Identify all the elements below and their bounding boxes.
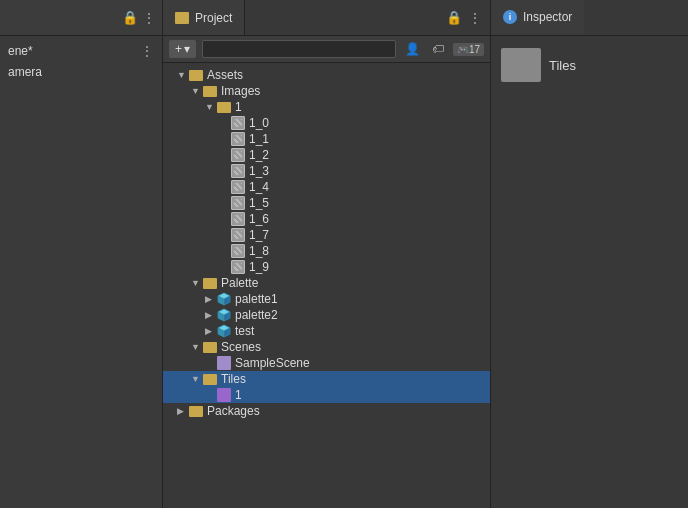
sub-image-label: 1_8: [249, 244, 269, 258]
packages-folder-icon: [189, 406, 203, 417]
inspector-panel: Tiles: [490, 36, 688, 508]
packages-folder[interactable]: Packages: [163, 403, 490, 419]
assets-folder[interactable]: Assets: [163, 67, 490, 83]
images-folder[interactable]: Images: [163, 83, 490, 99]
palette1-label: palette1: [235, 292, 278, 306]
list-item[interactable]: test: [163, 323, 490, 339]
list-item[interactable]: 1_1: [163, 131, 490, 147]
cube-icon: [217, 324, 231, 338]
top-bar: 🔒 ⋮ Project 🔒 ⋮ i Inspector: [0, 0, 688, 36]
project-folder-icon: [175, 12, 189, 24]
scene-item[interactable]: ene* ⋮: [0, 40, 162, 62]
list-item[interactable]: 1_0: [163, 115, 490, 131]
add-plus-label: +: [175, 42, 182, 56]
image1-folder-icon: [217, 102, 231, 113]
kebab-menu-icon[interactable]: ⋮: [142, 10, 156, 26]
palette-arrow: [191, 278, 203, 288]
scenes-folder[interactable]: Scenes: [163, 339, 490, 355]
list-item[interactable]: 1_5: [163, 195, 490, 211]
left-sidebar: ene* ⋮ amera: [0, 36, 163, 508]
lock-icon2[interactable]: 🔒: [446, 10, 462, 25]
sprite-icon: [231, 212, 245, 226]
test-arrow: [205, 326, 217, 336]
sprite-icon: [231, 132, 245, 146]
camera-item[interactable]: amera: [0, 62, 162, 82]
assets-label: Assets: [207, 68, 243, 82]
tiles-label: Tiles: [221, 372, 246, 386]
list-item[interactable]: 1_3: [163, 163, 490, 179]
tiles-folder[interactable]: Tiles: [163, 371, 490, 387]
images-label: Images: [221, 84, 260, 98]
scene-file-icon: [217, 356, 231, 370]
palette2-arrow: [205, 310, 217, 320]
tag-icon-btn[interactable]: 🏷: [429, 41, 447, 57]
tiles-arrow: [191, 374, 203, 384]
sub-image-label: 1_3: [249, 164, 269, 178]
scene-kebab-icon[interactable]: ⋮: [140, 43, 154, 59]
cube-icon: [217, 308, 231, 322]
list-item[interactable]: 1_8: [163, 243, 490, 259]
sub-image-label: 1_1: [249, 132, 269, 146]
lock-icon[interactable]: 🔒: [122, 10, 138, 25]
info-icon: i: [503, 10, 517, 24]
packages-label: Packages: [207, 404, 260, 418]
people-icon-btn[interactable]: 👤: [402, 41, 423, 57]
sub-image-label: 1_9: [249, 260, 269, 274]
project-panel: + ▾ 👤 🏷 🎮17 Assets: [163, 36, 490, 508]
sample-scene-label: SampleScene: [235, 356, 310, 370]
test-label: test: [235, 324, 254, 338]
list-item[interactable]: 1_7: [163, 227, 490, 243]
packages-arrow: [177, 406, 189, 416]
sprite-icon: [231, 116, 245, 130]
badge-count: 17: [469, 44, 480, 55]
inspector-tab-bar: i Inspector: [490, 0, 688, 35]
list-item[interactable]: 1_4: [163, 179, 490, 195]
palette-folder[interactable]: Palette: [163, 275, 490, 291]
sub-image-label: 1_6: [249, 212, 269, 226]
images-folder-icon: [203, 86, 217, 97]
list-item[interactable]: SampleScene: [163, 355, 490, 371]
sprite-icon: [231, 164, 245, 178]
scenes-folder-icon: [203, 342, 217, 353]
list-item[interactable]: 1_2: [163, 147, 490, 163]
palette1-arrow: [205, 294, 217, 304]
project-tab-label: Project: [195, 11, 232, 25]
project-toolbar: + ▾ 👤 🏷 🎮17: [163, 36, 490, 63]
left-panel-header: 🔒 ⋮: [0, 0, 163, 35]
badge-prefix: 🎮: [457, 44, 469, 55]
sprite-icon: [231, 180, 245, 194]
inspector-tab-label: Inspector: [523, 10, 572, 24]
sprite-icon: [231, 228, 245, 242]
sprite-icon: [231, 260, 245, 274]
project-tab-bar: Project 🔒 ⋮: [163, 0, 490, 35]
project-tab[interactable]: Project: [163, 0, 245, 35]
cube-icon: [217, 292, 231, 306]
tile1-label: 1: [235, 388, 242, 402]
list-item[interactable]: 1_9: [163, 259, 490, 275]
inspector-folder-title: Tiles: [549, 58, 576, 73]
assets-folder-icon: [189, 70, 203, 81]
image1-arrow: [205, 102, 217, 112]
toolbar-icons: 👤 🏷 🎮17: [402, 41, 484, 57]
tiles-folder-icon: [203, 374, 217, 385]
list-item[interactable]: 1: [163, 387, 490, 403]
scenes-arrow: [191, 342, 203, 352]
kebab-icon2[interactable]: ⋮: [468, 10, 482, 26]
scene-label: ene*: [8, 44, 33, 58]
list-item[interactable]: palette2: [163, 307, 490, 323]
camera-label: amera: [8, 65, 42, 79]
sub-image-label: 1_2: [249, 148, 269, 162]
inspector-folder-icon: [501, 48, 541, 82]
search-input[interactable]: [202, 40, 396, 58]
image1-label: 1: [235, 100, 242, 114]
add-button[interactable]: + ▾: [169, 40, 196, 58]
image1-folder[interactable]: 1: [163, 99, 490, 115]
sprite-icon: [231, 244, 245, 258]
sprite-icon: [231, 196, 245, 210]
inspector-tab[interactable]: i Inspector: [491, 0, 584, 35]
inspector-content: Tiles: [491, 36, 688, 94]
sub-image-label: 1_5: [249, 196, 269, 210]
list-item[interactable]: palette1: [163, 291, 490, 307]
assets-arrow: [177, 70, 189, 80]
list-item[interactable]: 1_6: [163, 211, 490, 227]
